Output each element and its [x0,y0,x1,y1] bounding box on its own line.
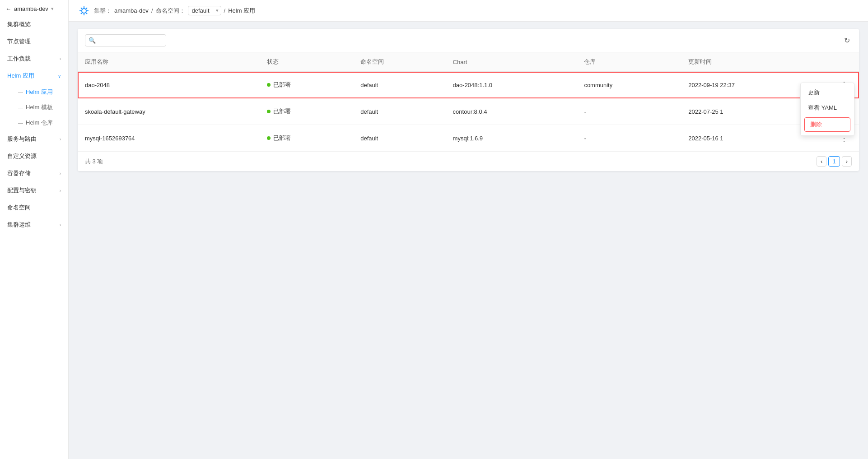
cluster-name: amamba-dev [114,7,149,14]
cluster-ops-arrow-icon: › [60,223,61,227]
cell-namespace: default [353,125,445,152]
cell-chart: dao-2048:1.1.0 [446,72,577,98]
table-row[interactable]: dao-2048 已部署 default dao-2048:1.1.0 comm… [78,72,859,98]
helm-apps-table-container: 🔍 ↻ 应用名称 状态 命名空间 Chart 仓库 更新时间 [78,29,859,171]
cell-repo: community [577,72,681,98]
helm-apps-table: 应用名称 状态 命名空间 Chart 仓库 更新时间 dao-2048 [78,52,859,152]
content-area: 🔍 ↻ 应用名称 状态 命名空间 Chart 仓库 更新时间 [69,22,868,459]
context-menu: 更新 查看 YAML 删除 [800,83,854,136]
workload-arrow-icon: › [60,56,61,61]
refresh-button[interactable]: ↻ [842,34,852,46]
search-icon: 🔍 [89,37,96,44]
cell-chart: mysql:1.6.9 [446,125,577,152]
helm-arrow-icon: ∨ [58,74,61,79]
table-row[interactable]: skoala-default-gateway 已部署 default conto… [78,98,859,125]
context-menu-update[interactable]: 更新 [801,85,854,100]
context-menu-delete[interactable]: 删除 [804,117,850,132]
sidebar-item-cluster-ops[interactable]: 集群运维 › [0,216,68,233]
storage-arrow-icon: › [60,171,61,176]
sidebar-sub-item-helm-templates[interactable]: — Helm 模板 [5,100,68,115]
toolbar-right: ↻ [842,34,852,46]
main-area: 集群： amamba-dev / 命名空间： default / Helm 应用… [69,0,868,459]
sidebar-cluster-name: amamba-dev [14,5,48,12]
cell-status: 已部署 [260,72,353,98]
svg-line-7 [81,13,82,14]
sidebar-item-storage[interactable]: 容器存储 › [0,165,68,182]
sidebar-back-button[interactable]: ← amamba-dev ▾ [0,0,68,16]
sidebar-item-custom-resources[interactable]: 自定义资源 [0,148,68,165]
helm-submenu: — Helm 应用 — Helm 模板 — Helm 仓库 [0,84,68,130]
topbar: 集群： amamba-dev / 命名空间： default / Helm 应用 [69,0,868,22]
table-row[interactable]: mysql-1652693764 已部署 default mysql:1.6.9… [78,125,859,152]
namespace-select[interactable]: default [188,6,221,15]
sidebar: ← amamba-dev ▾ 集群概览 节点管理 工作负载 › Helm 应用 … [0,0,69,459]
col-actions [829,52,859,72]
cell-status: 已部署 [260,125,353,152]
cell-status: 已部署 [260,98,353,125]
svg-line-8 [86,7,87,9]
cell-chart: contour:8.0.4 [446,98,577,125]
ns-label: 命名空间： [156,7,185,15]
cell-app-name: skoala-default-gateway [78,98,260,125]
prev-page-button[interactable]: ‹ [817,156,826,167]
sidebar-item-helm-app[interactable]: Helm 应用 ∨ [0,67,68,84]
page-title: Helm 应用 [228,7,255,15]
cell-namespace: default [353,98,445,125]
svg-line-5 [81,7,82,9]
dash-icon3: — [18,120,23,125]
pagination: ‹ 1 › [817,156,852,167]
sidebar-sub-item-helm-repos[interactable]: — Helm 仓库 [5,115,68,130]
table-header: 应用名称 状态 命名空间 Chart 仓库 更新时间 [78,52,859,72]
separator1: / [151,7,153,14]
table-footer: 共 3 项 ‹ 1 › [78,152,859,171]
table-body: dao-2048 已部署 default dao-2048:1.1.0 comm… [78,72,859,152]
cell-repo: - [577,125,681,152]
col-namespace: 命名空间 [353,52,445,72]
cell-app-name: dao-2048 [78,72,260,98]
sidebar-sub-item-helm-apps[interactable]: — Helm 应用 [5,84,68,100]
col-updated: 更新时间 [681,52,829,72]
col-repo: 仓库 [577,52,681,72]
total-count: 共 3 项 [85,158,103,166]
cluster-label: 集群： [94,7,112,15]
namespace-select-wrapper[interactable]: default [188,6,221,15]
back-icon: ← [5,5,11,12]
cell-app-name: mysql-1652693764 [78,125,260,152]
dash-icon: — [18,89,23,95]
col-app-name: 应用名称 [78,52,260,72]
sidebar-item-namespaces[interactable]: 命名空间 [0,199,68,216]
search-input[interactable] [85,34,166,46]
sidebar-item-config-secrets[interactable]: 配置与密钥 › [0,182,68,199]
sidebar-dropdown-arrow: ▾ [51,6,54,12]
cell-repo: - [577,98,681,125]
cell-namespace: default [353,72,445,98]
search-wrap: 🔍 [85,34,166,46]
breadcrumb: 集群： amamba-dev / 命名空间： default / Helm 应用 [94,6,255,15]
svg-point-0 [82,9,86,13]
sidebar-item-node-manage[interactable]: 节点管理 [0,33,68,50]
separator2: / [224,7,226,14]
app-logo [78,5,90,17]
status-dot-icon [267,136,271,140]
table-toolbar: 🔍 ↻ [78,29,859,52]
status-dot-icon [267,110,271,113]
status-dot-icon [267,83,271,87]
sidebar-item-service-routing[interactable]: 服务与路由 › [0,130,68,148]
service-arrow-icon: › [60,137,61,142]
col-status: 状态 [260,52,353,72]
context-menu-view-yaml[interactable]: 查看 YAML [801,100,854,116]
col-chart: Chart [446,52,577,72]
sidebar-item-cluster-overview[interactable]: 集群概览 [0,16,68,33]
config-arrow-icon: › [60,188,61,193]
next-page-button[interactable]: › [842,156,852,167]
page-1-button[interactable]: 1 [828,156,840,167]
sidebar-item-workload[interactable]: 工作负载 › [0,50,68,67]
svg-line-6 [86,13,87,14]
dash-icon2: — [18,105,23,110]
